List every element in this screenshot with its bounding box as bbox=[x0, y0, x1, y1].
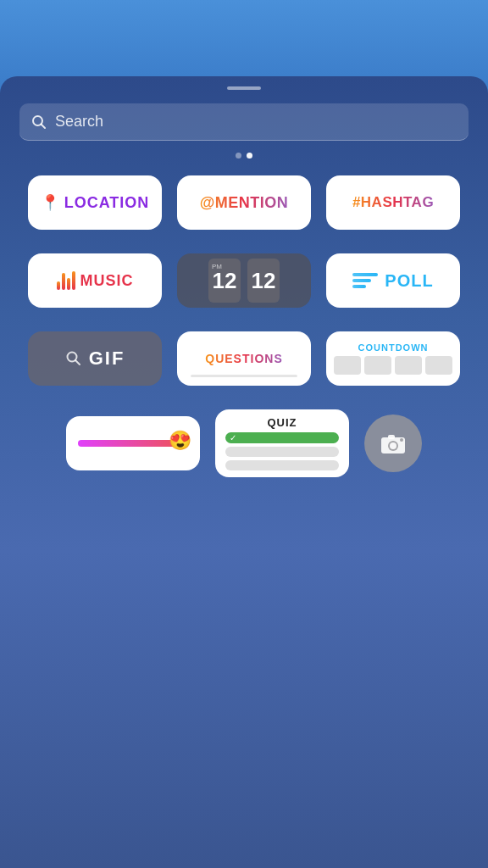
quiz-answer-blank-2 bbox=[225, 460, 339, 470]
time-block-min: 12 bbox=[247, 259, 280, 303]
sticker-hashtag[interactable]: #HASHTAG bbox=[326, 175, 460, 230]
gif-search-icon bbox=[65, 350, 82, 367]
gif-label: GIF bbox=[89, 348, 125, 370]
dot-2 bbox=[247, 153, 252, 159]
sticker-questions[interactable]: QUESTIONS bbox=[177, 331, 311, 386]
quiz-check-icon: ✓ bbox=[230, 433, 236, 442]
sticker-sheet: Search 📍 LOCATION @MENTION #HASHTAG bbox=[0, 76, 488, 868]
countdown-label: COUNTDOWN bbox=[358, 342, 429, 353]
camera-button[interactable] bbox=[364, 415, 422, 472]
countdown-block-3 bbox=[395, 356, 422, 375]
svg-line-1 bbox=[42, 124, 46, 128]
countdown-block-4 bbox=[425, 356, 452, 375]
sticker-countdown[interactable]: COUNTDOWN bbox=[326, 331, 460, 386]
time-block-hour: PM 12 bbox=[208, 259, 241, 303]
page-dots bbox=[236, 153, 252, 159]
time-pm: PM bbox=[212, 263, 222, 270]
quiz-answer-correct: ✓ bbox=[225, 432, 339, 443]
camera-icon bbox=[380, 431, 407, 455]
quiz-title: QUIZ bbox=[267, 416, 297, 429]
pin-icon: 📍 bbox=[41, 193, 59, 212]
svg-line-3 bbox=[75, 360, 80, 364]
sticker-row-2: MUSIC PM 12 12 POLL bbox=[28, 253, 460, 308]
sticker-row-4: 😍 QUIZ ✓ bbox=[66, 409, 422, 477]
sticker-location[interactable]: 📍 LOCATION bbox=[28, 175, 162, 230]
search-bar[interactable]: Search bbox=[19, 103, 469, 141]
svg-rect-7 bbox=[388, 435, 395, 439]
slider-track: 😍 bbox=[78, 440, 188, 447]
hashtag-label: #HASHTAG bbox=[352, 194, 434, 211]
questions-label: QUESTIONS bbox=[205, 352, 282, 365]
poll-line-2 bbox=[352, 279, 371, 282]
svg-point-8 bbox=[400, 438, 403, 442]
location-label: LOCATION bbox=[64, 194, 150, 212]
quiz-answer-blank-1 bbox=[225, 447, 339, 457]
sticker-mention[interactable]: @MENTION bbox=[177, 175, 311, 230]
sticker-emoji-slider[interactable]: 😍 bbox=[66, 416, 200, 470]
countdown-block-2 bbox=[364, 356, 391, 375]
time-hour: 12 bbox=[213, 270, 237, 292]
sticker-row-3: GIF QUESTIONS COUNTDOWN bbox=[28, 331, 460, 386]
mention-label: @MENTION bbox=[200, 194, 289, 212]
poll-label: POLL bbox=[385, 271, 433, 291]
dot-1 bbox=[236, 153, 241, 159]
poll-line-3 bbox=[352, 285, 366, 288]
sticker-quiz[interactable]: QUIZ ✓ bbox=[215, 409, 349, 477]
sticker-poll[interactable]: POLL bbox=[326, 253, 460, 308]
questions-underline bbox=[191, 375, 297, 377]
poll-line-1 bbox=[352, 273, 378, 276]
svg-point-6 bbox=[390, 442, 396, 449]
sticker-time[interactable]: PM 12 12 bbox=[177, 253, 311, 308]
sticker-row-1: 📍 LOCATION @MENTION #HASHTAG bbox=[28, 175, 460, 230]
time-min: 12 bbox=[252, 270, 276, 292]
countdown-block-1 bbox=[334, 356, 361, 375]
music-bars-icon bbox=[57, 271, 75, 290]
countdown-blocks bbox=[334, 356, 452, 375]
drag-handle[interactable] bbox=[227, 86, 261, 90]
search-placeholder: Search bbox=[55, 113, 103, 131]
sticker-music[interactable]: MUSIC bbox=[28, 253, 162, 308]
poll-lines-icon bbox=[352, 273, 378, 288]
search-icon bbox=[31, 114, 47, 130]
music-label: MUSIC bbox=[80, 272, 134, 290]
sticker-gif[interactable]: GIF bbox=[28, 331, 162, 386]
slider-emoji: 😍 bbox=[169, 430, 191, 452]
stickers-grid: 📍 LOCATION @MENTION #HASHTAG MUSIC bbox=[0, 175, 488, 477]
